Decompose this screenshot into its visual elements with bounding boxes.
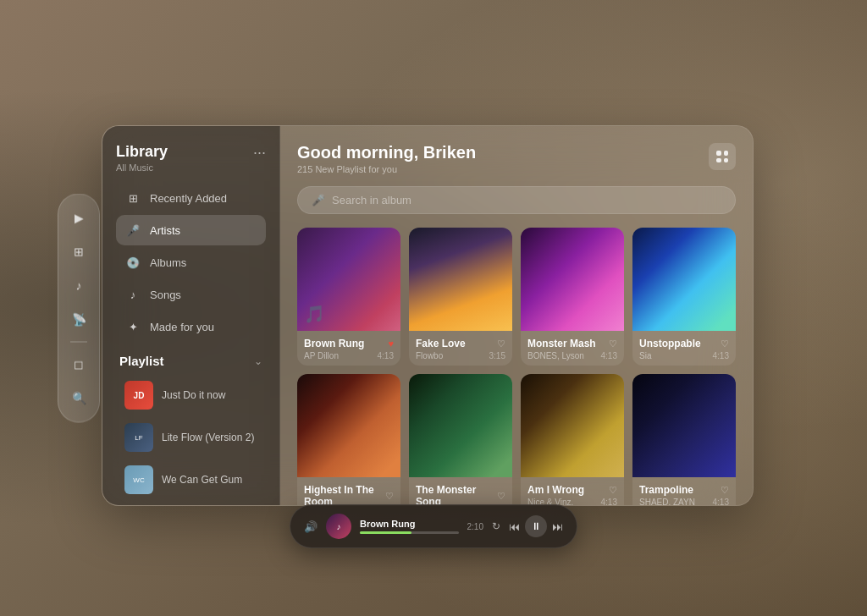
playlist-thumb-just-do-it: JD <box>124 381 153 410</box>
songs-icon: ♪ <box>124 286 141 303</box>
grid-icon <box>716 151 728 162</box>
song-card-the-monster-song[interactable]: The Monster Song ♡ Ravi Basur, Adithi Sa… <box>409 374 512 505</box>
playlist-item-we-can-get-gum[interactable]: WC We Can Get Gum <box>116 459 266 500</box>
play-side-button[interactable]: ▶ <box>65 205 92 232</box>
song-art-monster-mash <box>521 228 624 331</box>
song-art-img-the-monster-song <box>409 374 512 477</box>
song-title-fake-love: Fake Love <box>416 338 466 349</box>
volume-icon[interactable]: 🔊 <box>304 520 318 533</box>
like-button-am-i-wrong[interactable]: ♡ <box>609 485 617 496</box>
like-button-fake-love[interactable]: ♡ <box>497 338 505 349</box>
song-art-highest-in-the-room <box>297 374 400 477</box>
albums-icon: 💿 <box>124 254 141 271</box>
song-title-monster-mash: Monster Mash <box>527 338 596 349</box>
search-bar[interactable]: 🎤 <box>297 186 736 214</box>
main-content: Good morning, Briken 215 New Playlist fo… <box>280 126 753 505</box>
sidebar-item-made-for-you[interactable]: ✦ Made for you <box>116 311 266 342</box>
song-card-brown-rung[interactable]: Brown Rung ♥ AP Dillon 4:13 <box>297 228 400 366</box>
song-art-trampoline <box>632 374 736 477</box>
song-art-fake-love <box>409 228 512 331</box>
now-playing-time: 2:10 <box>467 522 483 531</box>
add-playlist-button[interactable]: ⊕ Add playlist <box>116 502 266 505</box>
like-button-the-monster-song[interactable]: ♡ <box>497 491 505 502</box>
song-art-img-trampoline <box>632 374 736 477</box>
like-button-highest-in-the-room[interactable]: ♡ <box>385 491 394 502</box>
playlist-we-can-get-gum-label: We Can Get Gum <box>162 474 242 486</box>
like-button-trampoline[interactable]: ♡ <box>721 485 729 496</box>
song-card-fake-love[interactable]: Fake Love ♡ Flowbo 3:15 <box>409 228 512 366</box>
song-art-img-am-i-wrong <box>521 374 624 477</box>
song-info-trampoline: Trampoline ♡ SHAED, ZAYN 4:13 <box>632 477 736 505</box>
like-button-unstoppable[interactable]: ♡ <box>721 338 729 349</box>
song-artist-brown-rung: AP Dillon <box>304 351 339 360</box>
grid-view-button[interactable] <box>709 143 736 170</box>
song-info-am-i-wrong: Am I Wrong ♡ Nice & Vinz. 4:13 <box>521 477 624 505</box>
library-title: Library <box>116 143 168 161</box>
song-title-trampoline: Trampoline <box>639 484 693 496</box>
search-side-button[interactable]: 🔍 <box>65 385 92 412</box>
microphone-icon: 🎤 <box>312 194 325 206</box>
like-button-brown-rung[interactable]: ♥ <box>388 338 394 349</box>
repeat-icon[interactable]: ↻ <box>492 520 500 532</box>
chevron-down-icon[interactable]: ⌄ <box>254 355 262 367</box>
song-art-img-fake-love <box>409 228 512 331</box>
song-info-brown-rung: Brown Rung ♥ AP Dillon 4:13 <box>297 331 400 366</box>
recently-added-label: Recently Added <box>150 192 227 205</box>
playlist-thumb-lite-flow: LF <box>124 423 153 452</box>
song-artist-fake-love: Flowbo <box>416 351 443 360</box>
widget-side-button[interactable]: ◻ <box>65 351 92 378</box>
progress-bar[interactable] <box>360 531 459 534</box>
radio-side-button[interactable]: 📡 <box>65 306 92 333</box>
song-title-the-monster-song: The Monster Song <box>416 484 497 505</box>
playlist-just-do-it-label: Just Do it now <box>162 389 225 401</box>
library-subtitle: All Music <box>116 162 266 173</box>
playlist-section-header: Playlist ⌄ <box>116 354 266 368</box>
song-card-unstoppable[interactable]: Unstoppable ♡ Sia 4:13 <box>632 228 736 366</box>
pause-button[interactable]: ⏸ <box>525 515 547 537</box>
side-divider <box>70 342 87 343</box>
rewind-button[interactable]: ⏮ <box>509 520 520 533</box>
sidebar: Library ··· All Music ⊞ Recently Added 🎤… <box>102 126 280 505</box>
song-card-am-i-wrong[interactable]: Am I Wrong ♡ Nice & Vinz. 4:13 <box>521 374 624 505</box>
greeting-subtitle: 215 New Playlist for you <box>297 164 476 174</box>
songs-label: Songs <box>150 289 181 301</box>
sidebar-item-recently-added[interactable]: ⊞ Recently Added <box>116 183 266 213</box>
song-title-unstoppable: Unstoppable <box>639 338 701 349</box>
song-art-img-monster-mash <box>521 228 624 331</box>
sidebar-item-artists[interactable]: 🎤 Artists <box>116 215 266 245</box>
song-title-am-i-wrong: Am I Wrong <box>527 484 584 496</box>
side-control-bar: ▶ ⊞ ♪ 📡 ◻ 🔍 <box>58 194 100 423</box>
grid-side-button[interactable]: ⊞ <box>65 239 92 266</box>
song-duration-monster-mash: 4:13 <box>601 351 617 360</box>
song-art-am-i-wrong <box>521 374 624 477</box>
song-card-trampoline[interactable]: Trampoline ♡ SHAED, ZAYN 4:13 <box>632 374 736 505</box>
now-playing-bar: 🔊 ♪ Brown Rung 2:10 ↻ ⏮ ⏸ ⏭ <box>290 504 577 548</box>
app-container: Library ··· All Music ⊞ Recently Added 🎤… <box>102 125 754 506</box>
playlist-item-just-do-it[interactable]: JD Just Do it now <box>116 375 266 415</box>
song-art-img-unstoppable <box>632 228 736 331</box>
song-info-monster-mash: Monster Mash ♡ BONES, Lyson 4:13 <box>521 331 624 366</box>
greeting-text: Good morning, Briken <box>297 143 476 162</box>
like-button-monster-mash[interactable]: ♡ <box>609 338 617 349</box>
song-title-highest-in-the-room: Highest In The Room <box>304 484 385 505</box>
playlist-section-title: Playlist <box>119 354 164 368</box>
progress-fill <box>360 531 411 534</box>
fast-forward-button[interactable]: ⏭ <box>552 520 563 533</box>
playlist-item-lite-flow[interactable]: LF Lite Flow (Version 2) <box>116 417 266 458</box>
song-title-brown-rung: Brown Rung <box>304 338 364 349</box>
sidebar-item-albums[interactable]: 💿 Albums <box>116 247 266 278</box>
song-duration-trampoline: 4:13 <box>713 498 729 505</box>
song-info-fake-love: Fake Love ♡ Flowbo 3:15 <box>409 331 512 366</box>
song-duration-brown-rung: 4:13 <box>378 351 394 360</box>
more-button[interactable]: ··· <box>253 145 266 160</box>
song-card-monster-mash[interactable]: Monster Mash ♡ BONES, Lyson 4:13 <box>521 228 624 366</box>
music-side-button[interactable]: ♪ <box>65 272 92 300</box>
search-input[interactable] <box>332 194 721 206</box>
song-card-highest-in-the-room[interactable]: Highest In The Room ♡ Travis Scott 4:13 <box>297 374 400 505</box>
song-art-the-monster-song <box>409 374 512 477</box>
song-duration-fake-love: 3:15 <box>489 351 505 360</box>
song-art-img-brown-rung <box>297 228 400 331</box>
sidebar-item-songs[interactable]: ♪ Songs <box>116 279 266 310</box>
just-do-thumb-art: JD <box>124 381 153 410</box>
playlist-lite-flow-label: Lite Flow (Version 2) <box>162 432 254 443</box>
